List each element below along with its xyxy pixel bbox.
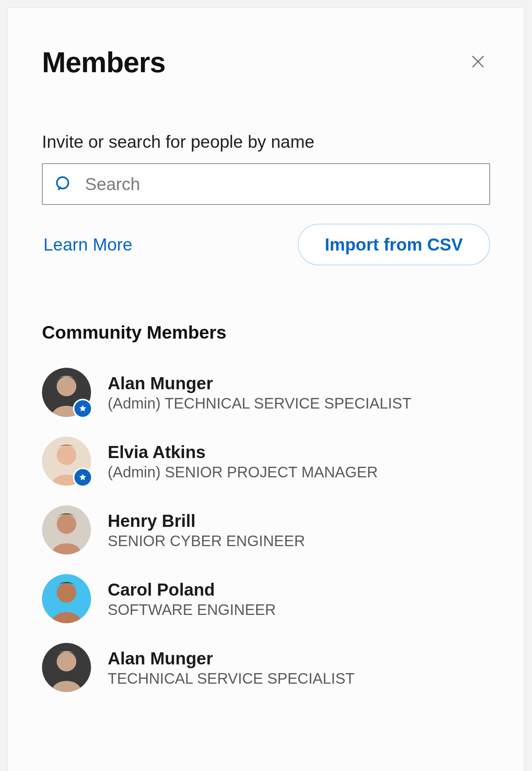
search-input[interactable] [84,173,478,195]
search-box[interactable] [42,163,490,205]
member-text: Henry Brill SENIOR CYBER ENGINEER [108,511,305,550]
avatar [42,574,91,623]
member-name: Alan Munger [108,373,411,393]
member-text: Alan Munger TECHNICAL SERVICE SPECIALIST [108,648,355,687]
import-csv-button[interactable]: Import from CSV [298,224,490,265]
member-row[interactable]: Alan Munger (Admin) TECHNICAL SERVICE SP… [42,358,490,427]
member-row[interactable]: Carol Poland SOFTWARE ENGINEER [42,564,490,633]
member-name: Alan Munger [108,648,355,669]
avatar [42,643,91,692]
star-icon [79,473,87,481]
avatar-wrap [42,437,91,486]
member-row[interactable]: Alan Munger TECHNICAL SERVICE SPECIALIST [42,633,490,702]
member-subtitle: (Admin) SENIOR PROJECT MANAGER [108,464,378,481]
star-icon [79,404,87,413]
close-icon [470,53,486,70]
panel-title: Members [42,46,165,79]
member-subtitle: (Admin) TECHNICAL SERVICE SPECIALIST [108,395,411,412]
panel-header: Members [42,46,490,79]
avatar-wrap [42,574,91,623]
svg-point-5 [57,376,76,396]
members-list: Alan Munger (Admin) TECHNICAL SERVICE SP… [42,358,490,702]
svg-point-13 [57,652,76,671]
member-name: Elvia Atkins [108,442,378,462]
search-icon [54,174,74,194]
member-subtitle: SOFTWARE ENGINEER [108,601,276,618]
close-button[interactable] [466,50,490,74]
admin-badge [73,399,93,418]
member-subtitle: TECHNICAL SERVICE SPECIALIST [108,670,355,687]
member-text: Elvia Atkins (Admin) SENIOR PROJECT MANA… [108,442,378,481]
avatar-wrap [42,505,91,554]
member-text: Carol Poland SOFTWARE ENGINEER [108,579,276,618]
member-subtitle: SENIOR CYBER ENGINEER [108,533,305,550]
member-name: Henry Brill [108,511,305,531]
avatar [42,505,91,554]
avatar-wrap [42,643,91,692]
svg-point-7 [57,445,76,465]
invite-label: Invite or search for people by name [42,132,490,152]
member-text: Alan Munger (Admin) TECHNICAL SERVICE SP… [108,373,411,412]
svg-point-2 [57,177,68,189]
svg-point-9 [57,514,76,534]
section-title: Community Members [42,322,490,343]
actions-row: Learn More Import from CSV [42,224,490,265]
svg-point-11 [57,583,76,602]
admin-badge [73,468,93,487]
member-name: Carol Poland [108,579,276,600]
avatar-wrap [42,368,91,417]
members-panel: Members Invite or search for people by n… [8,8,524,771]
member-row[interactable]: Henry Brill SENIOR CYBER ENGINEER [42,495,490,564]
member-row[interactable]: Elvia Atkins (Admin) SENIOR PROJECT MANA… [42,427,490,495]
learn-more-link[interactable]: Learn More [42,231,134,259]
